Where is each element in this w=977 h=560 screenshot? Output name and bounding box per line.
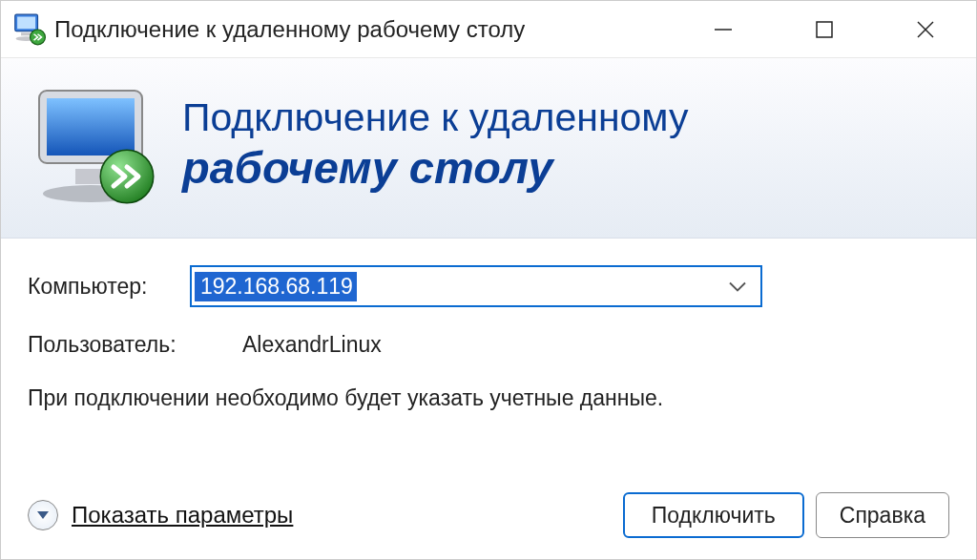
computer-row: Компьютер: 192.168.68.119 [28,265,947,307]
help-button[interactable]: Справка [816,492,949,538]
connect-button[interactable]: Подключить [623,492,804,538]
computer-label: Компьютер: [28,274,190,300]
maximize-button[interactable] [774,1,875,57]
form-area: Компьютер: 192.168.68.119 Пользователь: … [1,239,976,481]
window-title: Подключение к удаленному рабочему столу [54,16,673,43]
user-value: AlexandrLinux [242,332,382,358]
user-row: Пользователь: AlexandrLinux [28,332,947,358]
window-controls [673,1,976,57]
banner-line-2: рабочему столу [182,143,689,193]
user-label: Пользователь: [28,332,242,358]
banner-line-1: Подключение к удаленному [182,96,689,139]
show-options-toggle[interactable]: Показать параметры [28,500,612,530]
expand-circle-icon [28,500,58,530]
svg-rect-6 [817,22,832,37]
chevron-down-icon[interactable] [728,274,747,300]
svg-rect-1 [17,16,35,29]
credentials-hint: При подключении необходимо будет указать… [28,383,696,413]
banner-text: Подключение к удаленному рабочему столу [182,96,689,193]
close-button[interactable] [875,1,976,57]
app-icon-large [30,77,163,211]
app-banner: Подключение к удаленному рабочему столу [1,58,976,239]
svg-marker-15 [37,511,49,519]
minimize-button[interactable] [673,1,774,57]
svg-rect-12 [47,98,135,156]
footer: Показать параметры Подключить Справка [1,481,976,559]
computer-combobox[interactable]: 192.168.68.119 [190,265,762,307]
computer-value: 192.168.68.119 [195,272,357,301]
titlebar: Подключение к удаленному рабочему столу [1,1,976,58]
show-options-label: Показать параметры [72,502,293,529]
app-icon-small [10,11,47,48]
